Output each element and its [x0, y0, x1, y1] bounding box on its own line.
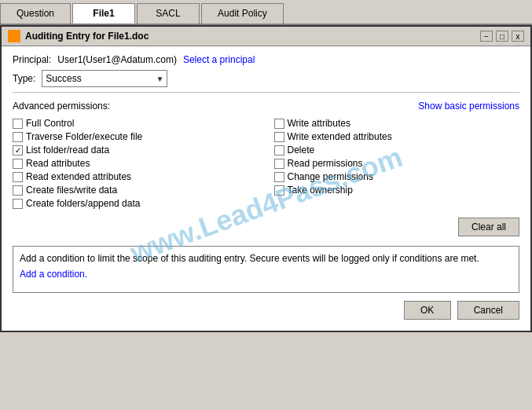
title-controls: − □ x	[480, 31, 524, 42]
tab-question[interactable]: Question	[0, 3, 71, 24]
close-button[interactable]: x	[512, 31, 524, 42]
label-delete: Delete	[288, 145, 315, 156]
type-row: Type: Success ▼	[13, 70, 519, 87]
minimize-button[interactable]: −	[480, 31, 493, 42]
label-create-folders: Create folders/append data	[26, 198, 140, 209]
permission-take-ownership: Take ownership	[274, 185, 520, 196]
add-condition-link[interactable]: Add a condition.	[20, 269, 87, 280]
auditing-entry-dialog: Auditing Entry for File1.doc − □ x Princ…	[0, 25, 532, 332]
checkbox-read-attributes[interactable]	[13, 159, 23, 169]
label-write-attributes: Write attributes	[288, 118, 350, 129]
checkbox-traverse[interactable]	[13, 132, 23, 142]
checkbox-change-permissions[interactable]	[274, 172, 284, 182]
permission-full-control: Full Control	[13, 118, 259, 129]
permissions-right-col: Write attributes Write extended attribut…	[274, 118, 520, 211]
show-basic-link[interactable]: Show basic permissions	[418, 101, 519, 112]
checkbox-read-extended[interactable]	[13, 172, 23, 182]
checkbox-create-folders[interactable]	[13, 199, 23, 209]
label-traverse: Traverse Folder/execute file	[26, 131, 142, 142]
permissions-columns: Full Control Traverse Folder/execute fil…	[13, 118, 519, 211]
permission-list-folder: List folder/read data	[13, 145, 259, 156]
checkbox-create-files[interactable]	[13, 185, 23, 196]
tab-sacl[interactable]: SACL	[137, 3, 200, 24]
cancel-button[interactable]: Cancel	[457, 301, 519, 320]
type-value: Success	[46, 73, 81, 84]
permissions-area: Advanced permissions: Show basic permiss…	[13, 97, 519, 240]
divider-1	[13, 92, 519, 93]
permission-create-files: Create files/write data	[13, 185, 259, 196]
checkbox-take-ownership[interactable]	[274, 185, 284, 196]
permissions-header: Advanced permissions: Show basic permiss…	[13, 101, 519, 112]
type-label: Type:	[13, 73, 35, 84]
dialog-icon	[8, 30, 20, 42]
label-full-control: Full Control	[26, 118, 74, 129]
permission-change-permissions: Change permissions	[274, 171, 520, 182]
permissions-title: Advanced permissions:	[13, 101, 110, 112]
permission-read-permissions: Read permissions	[274, 158, 520, 169]
label-change-permissions: Change permissions	[288, 171, 373, 182]
bottom-buttons: OK Cancel	[13, 301, 519, 323]
label-list-folder: List folder/read data	[26, 145, 109, 156]
permission-traverse: Traverse Folder/execute file	[13, 131, 259, 142]
dialog-title-bar: Auditing Entry for File1.doc − □ x	[2, 27, 530, 46]
title-bar-left: Auditing Entry for File1.doc	[8, 30, 149, 42]
checkbox-write-attributes[interactable]	[274, 119, 284, 129]
checkbox-read-permissions[interactable]	[274, 159, 284, 169]
condition-text: Add a condition to limit the scope of th…	[20, 253, 512, 264]
permissions-left-col: Full Control Traverse Folder/execute fil…	[13, 118, 259, 211]
permission-read-attributes: Read attributes	[13, 158, 259, 169]
dialog-title: Auditing Entry for File1.doc	[25, 31, 149, 42]
label-read-permissions: Read permissions	[288, 158, 363, 169]
label-take-ownership: Take ownership	[288, 185, 353, 196]
principal-row: Principal: User1(User1@Adatum.com) Selec…	[13, 54, 519, 65]
permission-create-folders: Create folders/append data	[13, 198, 259, 209]
tab-bar: Question File1 SACL Audit Policy	[0, 0, 532, 25]
label-read-extended: Read extended attributes	[26, 171, 131, 182]
clear-all-button[interactable]: Clear all	[458, 218, 519, 236]
checkbox-write-extended[interactable]	[274, 132, 284, 142]
principal-value: User1(User1@Adatum.com)	[57, 54, 177, 65]
permission-delete: Delete	[274, 145, 520, 156]
type-select[interactable]: Success ▼	[42, 70, 167, 87]
dropdown-arrow-icon: ▼	[156, 75, 163, 83]
label-create-files: Create files/write data	[26, 185, 117, 196]
checkbox-full-control[interactable]	[13, 119, 23, 129]
principal-label: Principal:	[13, 54, 51, 65]
checkbox-delete[interactable]	[274, 145, 284, 156]
permission-write-extended: Write extended attributes	[274, 131, 520, 142]
select-principal-link[interactable]: Select a principal	[183, 54, 255, 65]
tab-audit-policy[interactable]: Audit Policy	[201, 3, 284, 24]
label-read-attributes: Read attributes	[26, 158, 90, 169]
ok-button[interactable]: OK	[404, 301, 451, 320]
dialog-content: Principal: User1(User1@Adatum.com) Selec…	[2, 46, 530, 331]
maximize-button[interactable]: □	[496, 31, 508, 42]
permission-write-attributes: Write attributes	[274, 118, 520, 129]
condition-area: Add a condition to limit the scope of th…	[13, 246, 519, 293]
tab-file1[interactable]: File1	[72, 3, 135, 24]
label-write-extended: Write extended attributes	[288, 131, 392, 142]
permission-read-extended: Read extended attributes	[13, 171, 259, 182]
checkbox-list-folder[interactable]	[13, 145, 23, 156]
